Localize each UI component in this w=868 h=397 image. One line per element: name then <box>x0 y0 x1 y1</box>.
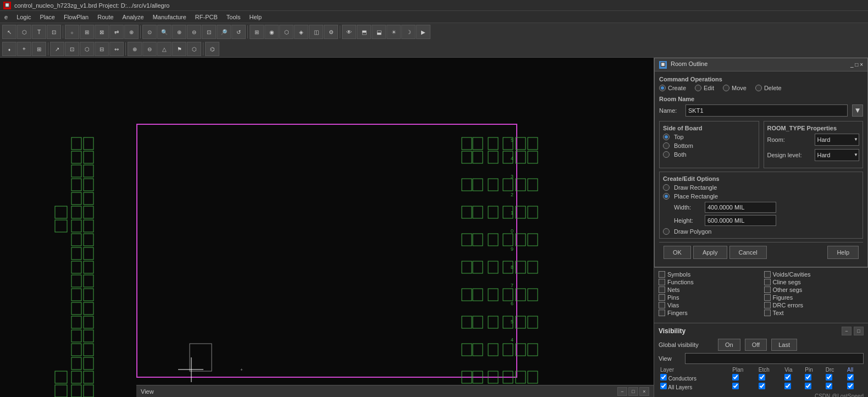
cancel-button[interactable]: Cancel <box>729 246 767 259</box>
checkbox-vias[interactable] <box>659 302 665 308</box>
menu-manufacture[interactable]: Manufacture <box>148 13 191 21</box>
tool-grid[interactable]: ⊞ <box>250 25 264 39</box>
tool-s5[interactable]: ⊡ <box>65 42 79 56</box>
tool-s12[interactable]: ⚑ <box>172 42 186 56</box>
checkbox-fingers[interactable] <box>659 310 665 316</box>
tool-s14[interactable]: ⌬ <box>205 42 219 56</box>
layer-check-conductors-enable[interactable] <box>660 374 667 381</box>
tool-s3[interactable]: ⊞ <box>32 42 46 56</box>
layer-check-conductors-etch[interactable] <box>759 374 765 381</box>
checkbox-functions[interactable] <box>659 279 665 285</box>
view-close-btn[interactable]: × <box>639 387 649 396</box>
room-type-select[interactable]: Hard Soft <box>815 134 860 146</box>
tool-color[interactable]: ◉ <box>264 25 279 39</box>
tool-select[interactable]: ↖ <box>2 25 16 39</box>
menu-flowplan[interactable]: FlowPlan <box>59 13 93 21</box>
radio-bottom[interactable]: Bottom <box>663 142 755 149</box>
layer-check-all-all[interactable] <box>847 383 854 389</box>
checkbox-nets[interactable] <box>659 286 665 293</box>
tool-text[interactable]: T <box>32 25 46 39</box>
tool-3[interactable]: ⬦ <box>65 25 79 39</box>
tool-more[interactable]: ▶ <box>416 25 430 39</box>
tool-zoom-out[interactable]: ⊖ <box>187 25 201 39</box>
tool-settings[interactable]: ⚙ <box>324 25 338 39</box>
tool-s6[interactable]: ⬡ <box>80 42 94 56</box>
room-name-dropdown[interactable]: ▼ <box>852 104 863 117</box>
tool-5[interactable]: ⊠ <box>95 25 109 39</box>
tool-s13[interactable]: ⬡ <box>187 42 201 56</box>
menu-logic[interactable]: Logic <box>12 13 35 21</box>
help-button[interactable]: Help <box>827 246 859 259</box>
tool-9[interactable]: 🔍 <box>157 25 172 39</box>
radio-draw-poly[interactable]: Draw Polygon <box>663 228 859 235</box>
vis-off-btn[interactable]: Off <box>745 339 767 351</box>
radio-top[interactable]: Top <box>663 134 755 140</box>
menu-analyze[interactable]: Analyze <box>118 13 148 21</box>
vis-expand-btn[interactable]: □ <box>854 327 864 335</box>
checkbox-othersegs[interactable] <box>764 286 771 293</box>
pcb-canvas[interactable]: + 543210987654 <box>0 58 654 397</box>
menu-place[interactable]: Place <box>35 13 59 21</box>
layer-check-conductors-drc[interactable] <box>826 374 832 381</box>
tool-eye[interactable]: 👁 <box>342 25 356 39</box>
layer-check-all-drc[interactable] <box>826 383 832 389</box>
layer-check-conductors-via[interactable] <box>784 374 791 381</box>
tool-light[interactable]: ☀ <box>386 25 401 39</box>
menu-rfpcb[interactable]: RF-PCB <box>191 13 222 21</box>
checkbox-figures[interactable] <box>764 294 771 301</box>
layer-check-all-enable[interactable] <box>660 383 667 389</box>
vis-on-btn[interactable]: On <box>718 339 740 351</box>
radio-draw-rect[interactable]: Draw Rectangle <box>663 184 859 191</box>
layer-check-all-plan[interactable] <box>732 383 739 389</box>
tool-4[interactable]: ⊞ <box>80 25 94 39</box>
tool-s11[interactable]: △ <box>157 42 172 56</box>
layer-check-all-etch[interactable] <box>759 383 765 389</box>
tool-zoom-fit[interactable]: ⊡ <box>202 25 216 39</box>
menu-route[interactable]: Route <box>93 13 118 21</box>
radio-place-rect[interactable]: Place Rectangle <box>663 193 859 200</box>
tool-s7[interactable]: ⊟ <box>95 42 109 56</box>
radio-create[interactable]: Create <box>659 85 686 91</box>
checkbox-cline[interactable] <box>764 279 771 285</box>
layer-check-conductors-plan[interactable] <box>732 374 739 381</box>
tool-text2[interactable]: ⊡ <box>47 25 61 39</box>
tool-refresh[interactable]: ↺ <box>231 25 246 39</box>
tool-layers[interactable]: ⬡ <box>279 25 294 39</box>
width-input[interactable] <box>705 202 776 213</box>
radio-both[interactable]: Both <box>663 151 755 158</box>
tool-3d[interactable]: ◈ <box>294 25 308 39</box>
ok-button[interactable]: OK <box>664 246 691 259</box>
vis-last-btn[interactable]: Last <box>771 339 797 351</box>
height-input[interactable] <box>705 215 776 226</box>
menu-tools[interactable]: Tools <box>222 13 245 21</box>
vis-minimize-btn[interactable]: − <box>842 327 852 335</box>
menu-e[interactable]: e <box>0 13 12 21</box>
tool-zoom[interactable]: ⬡ <box>17 25 31 39</box>
tool-s1[interactable]: ⬧ <box>2 42 16 56</box>
tool-7[interactable]: ⊕ <box>124 25 139 39</box>
view-input[interactable] <box>685 353 864 364</box>
view-minimize-btn[interactable]: − <box>617 387 627 396</box>
room-name-input[interactable] <box>685 104 848 117</box>
tool-zoom-in[interactable]: ⊕ <box>172 25 186 39</box>
tool-s8[interactable]: ↭ <box>109 42 124 56</box>
tool-pkg[interactable]: ⬓ <box>372 25 386 39</box>
checkbox-symbols[interactable] <box>659 271 665 278</box>
tool-cam[interactable]: ⬒ <box>357 25 371 39</box>
layer-check-conductors-pin[interactable] <box>805 374 811 381</box>
tool-design[interactable]: ◫ <box>309 25 323 39</box>
design-level-select[interactable]: Hard Soft <box>815 149 860 161</box>
checkbox-voids[interactable] <box>764 271 771 278</box>
checkbox-text[interactable] <box>764 310 771 316</box>
layer-check-all-pin[interactable] <box>805 383 811 389</box>
layer-check-all-via[interactable] <box>784 383 791 389</box>
tool-6[interactable]: ⇄ <box>109 25 124 39</box>
radio-move[interactable]: Move <box>723 85 747 91</box>
layer-check-conductors-all[interactable] <box>847 374 854 381</box>
view-restore-btn[interactable]: □ <box>628 387 638 396</box>
tool-8[interactable]: ⊙ <box>142 25 157 39</box>
tool-dark[interactable]: ☽ <box>401 25 416 39</box>
radio-edit[interactable]: Edit <box>695 85 714 91</box>
checkbox-drc[interactable] <box>764 302 771 308</box>
menu-help[interactable]: Help <box>245 13 267 21</box>
